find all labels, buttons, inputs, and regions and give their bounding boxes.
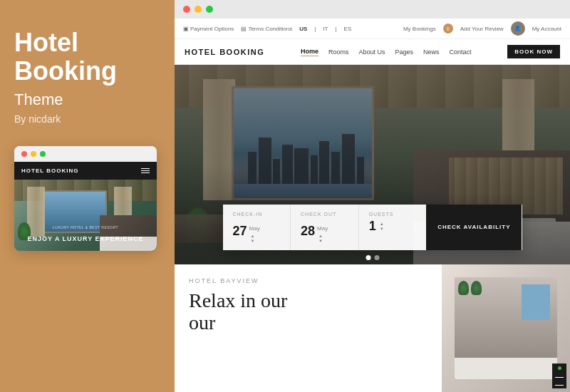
slider-dot-2[interactable] <box>374 255 379 260</box>
my-bookings-link[interactable]: My Bookings <box>403 26 436 32</box>
lang-it[interactable]: IT <box>323 26 328 32</box>
nav-about[interactable]: About Us <box>358 48 385 56</box>
checkin-field[interactable]: CHECK-IN 27 May ▲ ▼ <box>223 205 291 250</box>
mini-hamburger-icon <box>141 168 150 173</box>
checkin-up-arrow[interactable]: ▲ <box>251 234 260 238</box>
guests-up-arrow[interactable]: ▲ <box>380 222 384 226</box>
thumb-label-line <box>555 377 564 378</box>
browser-titlebar <box>14 146 157 162</box>
check-availability-button[interactable]: CHECK AVAILABILITY <box>426 205 522 250</box>
below-hero: HOTEL BAYVIEW Relax in our our <box>175 264 570 392</box>
room-thumbnail-area <box>442 264 570 392</box>
mini-navbar: HOTEL BOOKING <box>14 162 157 180</box>
lang-es[interactable]: ES <box>344 26 352 32</box>
nav-home[interactable]: Home <box>301 48 318 56</box>
hotel-tagline: Relax in our our <box>189 290 428 334</box>
left-panel: Hotel Booking Theme By nicdark HOTEL BOO… <box>0 0 175 392</box>
nav-rooms[interactable]: Rooms <box>328 48 349 56</box>
room-thumb-label <box>552 363 566 388</box>
lang-us[interactable]: US <box>299 26 307 32</box>
checkout-down-arrow[interactable]: ▼ <box>318 239 328 243</box>
nav-news[interactable]: News <box>423 48 440 56</box>
thumb-label-dot <box>558 366 561 370</box>
main-title: Hotel Booking <box>14 29 160 85</box>
slider-dots <box>366 255 379 260</box>
browser-dot-red <box>183 6 190 13</box>
below-hero-content: HOTEL BAYVIEW Relax in our our <box>175 264 442 392</box>
browser-dot-green <box>206 6 213 13</box>
topbar-left: ▣ Payment Options ▤ Terms Conditions US … <box>183 26 351 32</box>
thumb-plant-1 <box>458 281 469 295</box>
mini-logo: HOTEL BOOKING <box>21 167 78 174</box>
booking-bar: CHECK-IN 27 May ▲ ▼ CHECK OUT <box>223 205 522 250</box>
dot-green <box>40 151 46 157</box>
room-thumbnail <box>442 264 570 392</box>
author-byline: By nicdark <box>14 113 61 125</box>
guests-field[interactable]: GUESTS 1 ▲ ▼ <box>359 205 427 250</box>
browser-preview-card: HOTEL BOOKING LUXURY HOTEL & B <box>14 146 157 251</box>
guests-down-arrow[interactable]: ▼ <box>380 227 384 231</box>
nav-contact[interactable]: Contact <box>450 48 472 56</box>
mini-hero-overlay: LUXURY HOTEL & BEST RESORT ENJOY A LUXUR… <box>27 225 143 244</box>
checkout-arrows[interactable]: ▲ ▼ <box>318 234 328 243</box>
terms-conditions-link[interactable]: ▤ Terms Conditions <box>241 26 292 32</box>
user-icon: 👤 <box>514 26 521 31</box>
cart-icon[interactable]: 0 <box>443 24 453 33</box>
lang-sep1: | <box>314 26 316 32</box>
checkout-value: 28 May ▲ ▼ <box>301 219 348 243</box>
right-panel: ▣ Payment Options ▤ Terms Conditions US … <box>175 0 570 392</box>
doc-icon: ▤ <box>241 26 247 32</box>
slider-dot-1[interactable] <box>366 255 370 260</box>
checkout-label: CHECK OUT <box>301 212 348 217</box>
thumb-plant-2 <box>471 281 482 295</box>
browser-dot-yellow <box>195 6 202 13</box>
browser-chrome <box>175 0 570 19</box>
checkin-arrows[interactable]: ▲ ▼ <box>251 234 260 243</box>
room-thumb-plants <box>458 281 482 295</box>
guests-arrows[interactable]: ▲ ▼ <box>380 222 384 231</box>
lang-sep2: | <box>336 26 337 32</box>
site-hero: CHECK-IN 27 May ▲ ▼ CHECK OUT <box>175 65 570 264</box>
site-nav: Home Rooms About Us Pages News Contact <box>301 48 472 56</box>
site-logo: HOTEL BOOKING <box>185 48 264 56</box>
guests-label: GUESTS <box>369 212 417 217</box>
mini-hero: LUXURY HOTEL & BEST RESORT ENJOY A LUXUR… <box>14 180 157 251</box>
checkin-down-arrow[interactable]: ▼ <box>251 239 260 243</box>
room-thumb-bed <box>455 358 557 379</box>
checkin-value: 27 May ▲ ▼ <box>233 219 281 243</box>
dot-yellow <box>31 151 36 157</box>
room-thumb-window <box>522 284 550 320</box>
topbar-right: My Bookings 0 Add Your Review 👤 My Accou… <box>403 21 561 36</box>
site-navbar: HOTEL BOOKING Home Rooms About Us Pages … <box>175 39 570 65</box>
site-topbar: ▣ Payment Options ▤ Terms Conditions US … <box>175 19 570 39</box>
website-preview: ▣ Payment Options ▤ Terms Conditions US … <box>175 19 570 392</box>
room-thumb-inner <box>455 277 557 379</box>
user-avatar[interactable]: 👤 <box>511 21 525 36</box>
add-review-link[interactable]: Add Your Review <box>460 26 504 32</box>
payment-options-link[interactable]: ▣ Payment Options <box>183 26 234 32</box>
checkin-label: CHECK-IN <box>233 212 281 217</box>
nav-pages[interactable]: Pages <box>395 48 413 56</box>
book-now-button[interactable]: BOOK NOW <box>507 45 560 58</box>
checkout-field[interactable]: CHECK OUT 28 May ▲ ▼ <box>291 205 359 250</box>
user-account-label: My Account <box>532 26 561 32</box>
credit-card-icon: ▣ <box>183 26 189 32</box>
guests-value: 1 ▲ ▼ <box>369 219 417 234</box>
hotel-eyebrow: HOTEL BAYVIEW <box>189 277 428 284</box>
checkout-up-arrow[interactable]: ▲ <box>318 234 328 238</box>
dot-red <box>21 151 27 157</box>
thumb-label-line2 <box>555 385 564 386</box>
theme-subtitle: Theme <box>14 91 63 109</box>
